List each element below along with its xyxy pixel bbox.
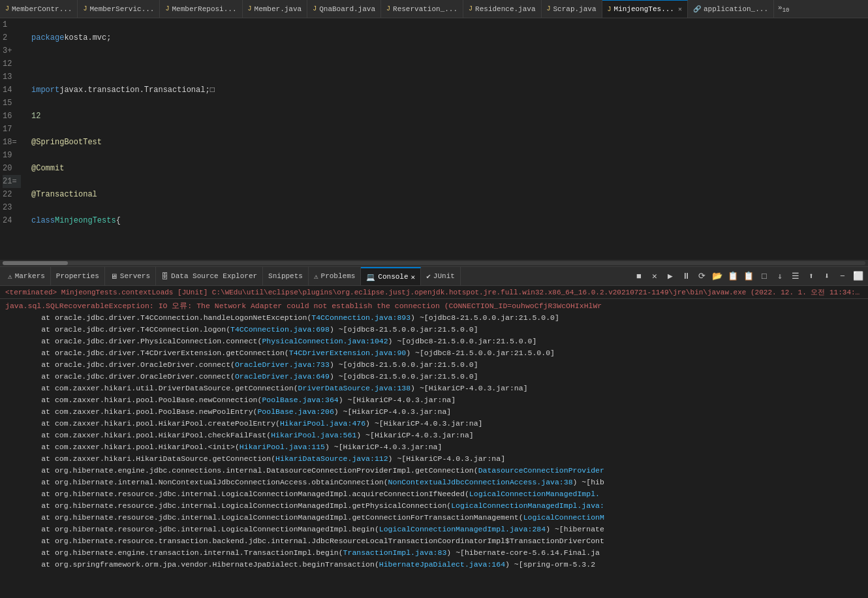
panel-tab-junit[interactable]: ✔ JUnit <box>421 267 461 285</box>
tab-label: Member.java <box>255 5 302 13</box>
console-link[interactable]: T4CDriverExtension.java:90 <box>289 349 406 357</box>
tab-MinjeongTest[interactable]: J MinjeongTes... ✕ <box>602 0 688 18</box>
java-file-icon: J <box>386 5 390 12</box>
tab-QnaBoard[interactable]: J QnaBoard.java <box>307 0 381 18</box>
console-line: at org.hibernate.engine.jdbc.connections… <box>0 465 868 477</box>
console-line: at org.hibernate.resource.jdbc.internal.… <box>0 512 868 524</box>
console-error-line: java.sql.SQLRecoverableException: IO 오류:… <box>0 300 868 312</box>
panel-tab-label: Servers <box>120 272 150 280</box>
tab-Reservation[interactable]: J Reservation_... <box>381 0 463 18</box>
console-link[interactable]: PhysicalConnection.java:1042 <box>262 337 388 345</box>
console-line: at com.zaxxer.hikari.pool.HikariPool.cre… <box>0 418 868 430</box>
console-status-line: <terminated> MinjeongTests.contextLoads … <box>0 286 868 299</box>
panel-tab-snippets[interactable]: Snippets <box>263 267 309 285</box>
console-line: at com.zaxxer.hikari.pool.PoolBase.newCo… <box>0 394 868 406</box>
tab-Scrap[interactable]: J Scrap.java <box>542 0 602 18</box>
console-link[interactable]: DriverDataSource.java:138 <box>298 384 411 392</box>
panel-tab-datasource[interactable]: 🗄 Data Source Explorer <box>156 267 263 285</box>
console-link[interactable]: HikariPool.java:115 <box>240 443 325 451</box>
panel-tab-console[interactable]: 💻 Console ✕ <box>361 267 421 285</box>
line-num: 20 <box>3 162 21 175</box>
close-panel-icon[interactable]: ✕ <box>411 273 416 281</box>
code-text[interactable]: package kosta.mvc; import javax.transact… <box>26 18 868 260</box>
tab-label: application_... <box>704 5 768 13</box>
panel-tab-servers[interactable]: 🖥 Servers <box>105 267 156 285</box>
remove-button[interactable]: ✕ <box>647 269 662 283</box>
problems-icon: ⚠ <box>314 272 318 281</box>
tab-application[interactable]: 🔗 application_... <box>688 0 774 18</box>
console-link[interactable]: HibernateJpaDialect.java:164 <box>379 560 505 569</box>
line-num: 16 <box>3 110 21 123</box>
line-num: 12 <box>3 57 21 71</box>
panel-tab-markers[interactable]: ⚠ Markers <box>3 267 51 285</box>
tab-Residence[interactable]: J Residence.java <box>463 0 541 18</box>
tab-MemberReposi[interactable]: J MemberReposi... <box>160 0 242 18</box>
tab-MemberServic[interactable]: J MemberServic... <box>78 0 160 18</box>
toolbar-btn9[interactable]: □ <box>757 269 771 283</box>
console-link[interactable]: LogicalConnectionManagedImpl. <box>469 490 600 498</box>
scrollbar-thumb[interactable] <box>3 261 68 265</box>
panel-tab-problems[interactable]: ⚠ Problems <box>309 267 361 285</box>
minimize-panel-button[interactable]: − <box>835 269 850 283</box>
toolbar-btn6[interactable]: 📂 <box>710 269 724 283</box>
code-line: import javax.transaction.Transactional;□ <box>31 84 863 97</box>
java-file-icon: J <box>608 6 612 13</box>
close-tab-icon[interactable]: ✕ <box>678 5 682 13</box>
line-num: 22 <box>3 188 21 201</box>
scrollbar-track[interactable] <box>3 261 865 265</box>
console-link[interactable]: HikariDataSource.java:112 <box>275 454 388 463</box>
tab-label: QnaBoard.java <box>319 5 375 13</box>
panel-tab-label: Problems <box>321 272 356 280</box>
datasource-icon: 🗄 <box>161 272 168 281</box>
java-file-icon: J <box>248 5 252 12</box>
line-num: 15 <box>3 97 21 110</box>
line-num: 13 <box>3 71 21 84</box>
code-line <box>31 57 863 71</box>
console-line: at oracle.jdbc.driver.T4CDriverExtension… <box>0 347 868 359</box>
console-link[interactable]: NonContextualJdbcConnectionAccess.java:3… <box>388 478 573 486</box>
tab-Member[interactable]: J Member.java <box>243 0 308 18</box>
console-output[interactable]: java.sql.SQLRecoverableException: IO 오류:… <box>0 299 868 598</box>
java-file-icon: J <box>5 5 9 12</box>
java-file-icon: J <box>83 5 87 12</box>
line-num: 17 <box>3 123 21 136</box>
code-line: @Commit <box>31 162 863 175</box>
line-num: 3+ <box>3 44 21 57</box>
toolbar-btn10[interactable]: ⇓ <box>773 269 787 283</box>
console-link[interactable]: HikariPool.java:561 <box>271 431 356 439</box>
console-line: at org.springframework.orm.jpa.vendor.Hi… <box>0 559 868 571</box>
console-link[interactable]: TransactionImpl.java:83 <box>343 548 447 557</box>
console-link[interactable]: HikariPool.java:476 <box>280 419 365 428</box>
editor-horizontal-scrollbar[interactable] <box>0 260 868 266</box>
line-num: 1 <box>3 18 21 31</box>
toolbar-btn5[interactable]: ⟳ <box>694 269 709 283</box>
console-link[interactable]: LogicalConnectionM <box>523 513 604 522</box>
toolbar-btn3[interactable]: ▶ <box>663 269 677 283</box>
tab-overflow-button[interactable]: »10 <box>774 0 793 18</box>
maximize-panel-button[interactable]: ⬜ <box>851 269 865 283</box>
toolbar-btn7[interactable]: 📋 <box>726 269 740 283</box>
console-link[interactable]: OracleDriver.java:733 <box>235 360 330 369</box>
line-num: 24 <box>3 214 21 227</box>
console-link[interactable]: T4CConnection.java:698 <box>230 325 330 334</box>
toolbar-btn13[interactable]: ⬇ <box>820 269 834 283</box>
tab-MemberContr[interactable]: J MemberContr... <box>0 0 78 18</box>
toolbar-btn4[interactable]: ⏸ <box>679 269 693 283</box>
console-line: at org.hibernate.resource.jdbc.internal.… <box>0 500 868 512</box>
toolbar-btn12[interactable]: ⬆ <box>804 269 818 283</box>
console-line: at org.hibernate.resource.jdbc.internal.… <box>0 524 868 535</box>
line-num: 19 <box>3 149 21 162</box>
panel-tab-properties[interactable]: Properties <box>51 267 105 285</box>
stop-button[interactable]: ■ <box>632 269 646 283</box>
toolbar-btn8[interactable]: 📋 <box>741 269 756 283</box>
console-link[interactable]: PoolBase.java:364 <box>262 396 338 404</box>
console-link[interactable]: PoolBase.java:206 <box>257 407 333 416</box>
console-link[interactable]: LogicalConnectionManagedImpl.java:284 <box>379 525 546 533</box>
java-file-icon: J <box>313 5 317 12</box>
console-link[interactable]: OracleDriver.java:649 <box>235 372 330 381</box>
console-link[interactable]: LogicalConnectionManagedImpl.java: <box>451 501 604 510</box>
line-numbers: 1 2 3+ 12 13 14 15 16 17 18= 19 20 21= 2… <box>0 18 26 260</box>
console-link[interactable]: T4CConnection.java:893 <box>311 313 411 322</box>
toolbar-btn11[interactable]: ☰ <box>788 269 803 283</box>
console-link[interactable]: DatasourceConnectionProvider <box>478 466 604 475</box>
